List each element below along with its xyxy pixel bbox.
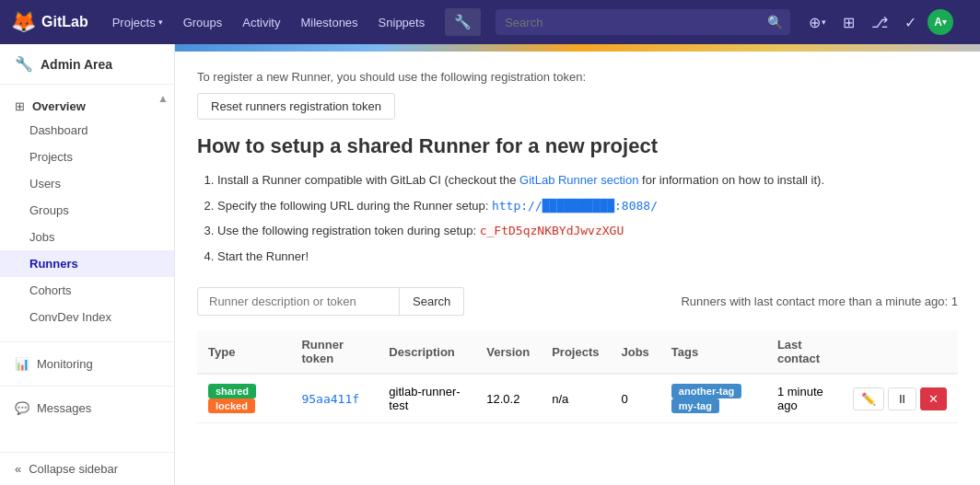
runner-search-section: Search Runners with last contact more th… (197, 287, 958, 316)
setup-title: How to setup a shared Runner for a new p… (197, 134, 958, 158)
sidebar-item-projects[interactable]: Projects (0, 144, 174, 170)
collapse-label: Collapse sidebar (29, 462, 118, 476)
step3-token: c_FtD5qzNKBYdJwvzXGU (480, 224, 624, 237)
sidebar-item-monitoring[interactable]: 📊 Monitoring (0, 350, 174, 378)
sidebar-item-messages[interactable]: 💬 Messages (0, 394, 174, 422)
logo-text: GitLab (41, 14, 88, 30)
runner-search-left: Search (197, 287, 464, 316)
runner-search-input[interactable] (197, 287, 400, 316)
main-content: To register a new Runner, you should use… (175, 44, 980, 485)
nav-milestones[interactable]: Milestones (291, 10, 367, 35)
plus-icon-button[interactable]: ⊕ ▾ (801, 8, 834, 37)
badge-shared: shared (208, 384, 256, 398)
sidebar-scroll-up-button[interactable]: ▲ (156, 90, 170, 107)
tag-my-tag: my-tag (671, 398, 719, 413)
nav-snippets[interactable]: Snippets (369, 10, 435, 35)
sidebar-item-cohorts-label: Cohorts (29, 283, 72, 297)
search-icon-button[interactable]: 🔍 (760, 9, 790, 35)
avatar-chevron-icon: ▾ (942, 17, 947, 27)
reset-token-button[interactable]: Reset runners registration token (197, 93, 395, 120)
nav-projects[interactable]: Projects ▾ (103, 10, 172, 35)
todo-icon-button[interactable]: ✓ (897, 8, 924, 37)
edit-runner-button[interactable]: ✏️ (853, 387, 884, 410)
sidebar-item-projects-label: Projects (29, 150, 73, 164)
nav-milestones-label: Milestones (300, 16, 357, 29)
gitlab-runner-section-link[interactable]: GitLab Runner section (519, 173, 642, 187)
gitlab-logo[interactable]: 🦊 GitLab (11, 10, 88, 34)
runners-status: Runners with last contact more than a mi… (681, 294, 958, 308)
setup-step-4: Start the Runner! (217, 248, 958, 266)
nav-activity[interactable]: Activity (233, 10, 289, 35)
sidebar-footer: « Collapse sidebar (0, 452, 174, 485)
search-input[interactable] (496, 10, 760, 35)
token-section: To register a new Runner, you should use… (197, 70, 958, 120)
sidebar-item-runners[interactable]: Runners (0, 250, 174, 277)
search-bar: 🔍 (496, 9, 790, 35)
nav-snippets-label: Snippets (379, 16, 426, 29)
sidebar-overview-header: ⊞ Overview (0, 92, 174, 117)
progress-bar (175, 44, 980, 52)
runner-token-link[interactable]: 95aa411f (301, 392, 359, 406)
sidebar-item-dashboard-label: Dashboard (29, 123, 88, 137)
delete-runner-button[interactable]: ✕ (920, 387, 947, 410)
setup-steps: Install a Runner compatible with GitLab … (197, 171, 958, 265)
step1-text-after: for information on how to install it). (642, 173, 824, 187)
sidebar-item-groups[interactable]: Groups (0, 197, 174, 224)
cell-token: 95aa411f (290, 374, 378, 423)
sidebar-messages-label: Messages (37, 401, 91, 415)
collapse-sidebar-button[interactable]: « Collapse sidebar (0, 453, 174, 485)
col-version: Version (475, 330, 541, 374)
col-last-contact: Last contact (766, 330, 842, 374)
avatar-button[interactable]: A ▾ (928, 9, 953, 35)
tag-another-tag: another-tag (671, 384, 742, 398)
sidebar-toggle-button[interactable]: ⊞ (835, 8, 862, 37)
wrench-icon: 🔧 (15, 55, 33, 73)
col-description: Description (378, 330, 475, 374)
sidebar-messages-section: 💬 Messages (0, 390, 174, 426)
setup-step-3: Use the following registration token dur… (217, 222, 958, 240)
cell-type: shared locked (197, 374, 290, 423)
setup-section: How to setup a shared Runner for a new p… (197, 134, 958, 265)
topbar: 🦊 GitLab Projects ▾ Groups Activity Mile… (0, 0, 980, 44)
divider-2 (0, 386, 174, 387)
cell-jobs: 0 (611, 374, 660, 423)
sidebar-item-jobs[interactable]: Jobs (0, 224, 174, 250)
cell-tags: another-tag my-tag (660, 374, 766, 423)
nav-projects-label: Projects (112, 16, 156, 29)
cell-last-contact: 1 minute ago (766, 374, 842, 423)
runner-search-button[interactable]: Search (400, 287, 464, 316)
pause-runner-button[interactable]: ⏸ (888, 387, 916, 410)
sidebar-item-convdev[interactable]: ConvDev Index (0, 304, 174, 330)
sidebar-item-runners-label: Runners (29, 257, 78, 271)
wrench-button[interactable]: 🔧 (445, 8, 481, 36)
step1-text-before: Install a Runner compatible with GitLab … (217, 173, 519, 187)
sidebar-item-dashboard[interactable]: Dashboard (0, 117, 174, 144)
sidebar-item-jobs-label: Jobs (29, 230, 54, 244)
sidebar-monitoring-section: 📊 Monitoring (0, 346, 174, 382)
topbar-icons: ⊕ ▾ ⊞ ⎇ ✓ A ▾ (801, 8, 953, 37)
divider-1 (0, 341, 174, 342)
badge-locked: locked (208, 398, 255, 413)
action-buttons: ✏️ ⏸ ✕ (853, 387, 947, 410)
nav-groups-label: Groups (183, 16, 223, 29)
overview-icon: ⊞ (15, 99, 25, 113)
nav-groups[interactable]: Groups (174, 10, 232, 35)
runners-table: Type Runner token Description Version Pr (197, 330, 958, 423)
merge-request-icon-button[interactable]: ⎇ (864, 8, 895, 37)
plus-chevron-icon: ▾ (822, 17, 826, 27)
monitoring-icon: 📊 (15, 357, 29, 371)
table-row: shared locked 95aa411f gitl (197, 374, 958, 423)
sidebar-item-users[interactable]: Users (0, 170, 174, 197)
sidebar-item-groups-label: Groups (29, 203, 69, 217)
runner-search-btn-label: Search (413, 294, 450, 308)
sidebar-monitoring-label: Monitoring (37, 357, 93, 371)
gitlab-runner-section-label: GitLab Runner section (519, 173, 638, 187)
sidebar-item-cohorts[interactable]: Cohorts (0, 277, 174, 304)
avatar-initials: A (934, 16, 942, 29)
layout: 🔧 Admin Area ▲ ⊞ Overview Dashboard Proj… (0, 44, 980, 485)
sidebar: 🔧 Admin Area ▲ ⊞ Overview Dashboard Proj… (0, 44, 175, 485)
setup-step-1: Install a Runner compatible with GitLab … (217, 171, 958, 190)
col-projects: Projects (541, 330, 610, 374)
cell-description: gitlab-runner-test (378, 374, 475, 423)
reset-token-label: Reset runners registration token (211, 99, 381, 113)
